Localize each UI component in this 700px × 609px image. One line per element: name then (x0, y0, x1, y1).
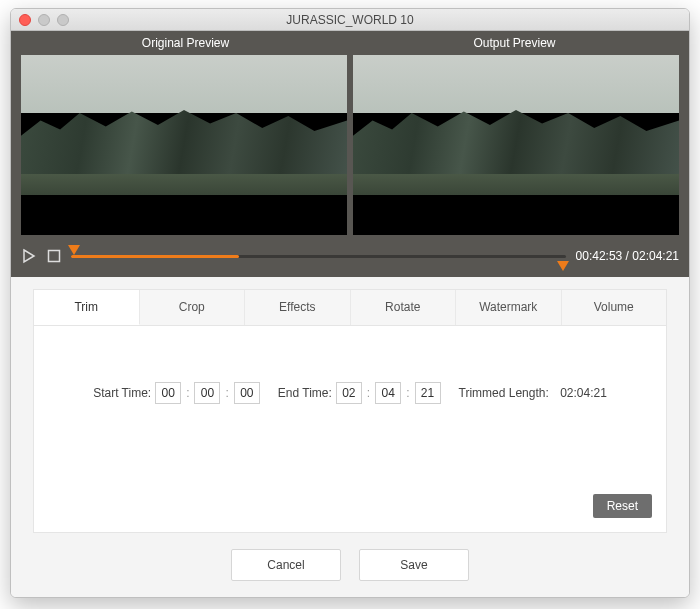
stop-icon[interactable] (47, 249, 61, 263)
start-time-label: Start Time: (93, 386, 151, 400)
titlebar[interactable]: JURASSIC_WORLD 10 (11, 9, 689, 31)
trim-panel: Start Time: 00 : 00 : 00 End Time: 02 : … (33, 326, 667, 533)
preview-labels: Original Preview Output Preview (21, 31, 679, 55)
trimmed-length-value: 02:04:21 (560, 386, 607, 400)
slider-end-handle[interactable] (560, 249, 568, 265)
close-icon[interactable] (19, 14, 31, 26)
window-controls (19, 14, 69, 26)
trimmed-length-label: Trimmed Length: (459, 386, 549, 400)
start-time-group: Start Time: 00 : 00 : 00 (93, 382, 260, 404)
previews (21, 55, 679, 235)
end-mm-input[interactable]: 04 (375, 382, 401, 404)
trim-slider[interactable] (71, 246, 566, 266)
svg-marker-0 (24, 250, 34, 262)
end-hh-input[interactable]: 02 (336, 382, 362, 404)
current-time: 00:42:53 (576, 249, 623, 263)
svg-rect-1 (49, 251, 60, 262)
original-preview[interactable] (21, 55, 347, 235)
end-time-group: End Time: 02 : 04 : 21 (278, 382, 441, 404)
window-title: JURASSIC_WORLD 10 (11, 13, 689, 27)
end-ss-input[interactable]: 21 (415, 382, 441, 404)
output-preview[interactable] (353, 55, 679, 235)
original-preview-label: Original Preview (21, 36, 350, 50)
start-mm-input[interactable]: 00 (194, 382, 220, 404)
trim-row: Start Time: 00 : 00 : 00 End Time: 02 : … (34, 382, 666, 404)
window: JURASSIC_WORLD 10 Original Preview Outpu… (10, 8, 690, 598)
time-display: 00:42:53 / 02:04:21 (576, 249, 679, 263)
tabs: TrimCropEffectsRotateWatermarkVolume (33, 289, 667, 326)
content: TrimCropEffectsRotateWatermarkVolume Sta… (11, 277, 689, 597)
tab-crop[interactable]: Crop (140, 290, 246, 325)
tab-volume[interactable]: Volume (562, 290, 667, 325)
start-hh-input[interactable]: 00 (155, 382, 181, 404)
trimmed-length-group: Trimmed Length: 02:04:21 (459, 386, 607, 400)
tab-effects[interactable]: Effects (245, 290, 351, 325)
start-ss-input[interactable]: 00 (234, 382, 260, 404)
reset-button[interactable]: Reset (593, 494, 652, 518)
minimize-icon[interactable] (38, 14, 50, 26)
total-time: 02:04:21 (632, 249, 679, 263)
footer: Cancel Save (33, 533, 667, 581)
save-button[interactable]: Save (359, 549, 469, 581)
playback-controls: 00:42:53 / 02:04:21 (21, 243, 679, 269)
preview-area: Original Preview Output Preview (11, 31, 689, 277)
output-preview-label: Output Preview (350, 36, 679, 50)
maximize-icon[interactable] (57, 14, 69, 26)
tab-watermark[interactable]: Watermark (456, 290, 562, 325)
end-time-label: End Time: (278, 386, 332, 400)
play-icon[interactable] (21, 248, 37, 264)
slider-fill (71, 255, 239, 258)
tab-trim[interactable]: Trim (34, 290, 140, 325)
cancel-button[interactable]: Cancel (231, 549, 341, 581)
tab-rotate[interactable]: Rotate (351, 290, 457, 325)
slider-start-handle[interactable] (71, 249, 79, 265)
